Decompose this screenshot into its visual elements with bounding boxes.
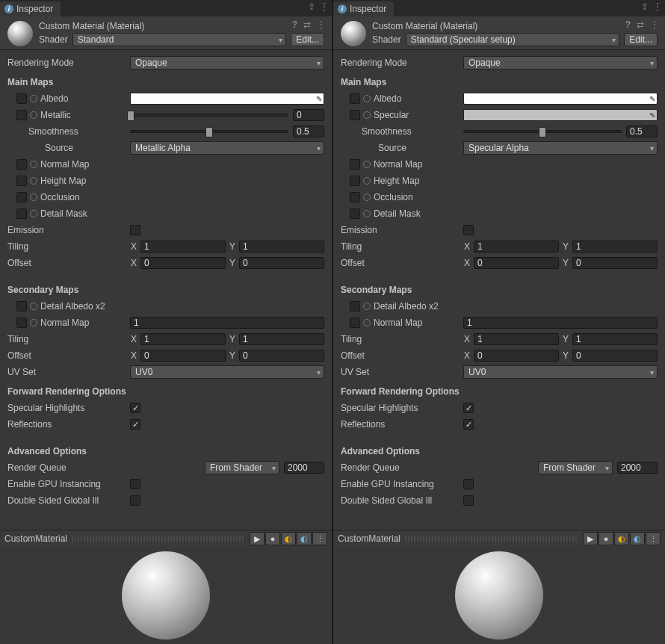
uv-set-dropdown[interactable]: UV0 (463, 365, 658, 379)
play-icon[interactable] (583, 532, 598, 545)
tiling-y[interactable]: 1 (572, 241, 658, 253)
metal-spec-radio-icon[interactable] (363, 111, 371, 119)
offset-y[interactable]: 0 (572, 257, 658, 269)
detail-albedo-radio-icon[interactable] (30, 303, 37, 310)
occlusion-radio-icon[interactable] (30, 193, 37, 201)
smoothness-slider[interactable] (130, 130, 288, 133)
albedo-texture-slot[interactable] (350, 93, 360, 104)
specular-highlights-checkbox[interactable] (463, 403, 474, 413)
source-dropdown[interactable]: Metallic Alpha (130, 141, 324, 155)
tiling2-x[interactable]: 1 (474, 333, 559, 345)
detail-mask-texture-slot[interactable] (16, 208, 27, 219)
metal-spec-texture-slot[interactable] (16, 110, 27, 120)
color-picker-icon[interactable]: ✎ (649, 111, 655, 120)
smoothness-value[interactable]: 0.5 (626, 126, 658, 137)
preview-drag-handle[interactable] (72, 536, 245, 542)
secondary-normal-map-value[interactable]: 1 (463, 317, 658, 329)
reflections-checkbox[interactable] (130, 419, 140, 430)
tiling-x[interactable]: 1 (474, 241, 559, 253)
albedo-texture-slot[interactable] (16, 93, 27, 104)
offset2-y[interactable]: 0 (572, 350, 658, 362)
tiling2-y[interactable]: 1 (572, 333, 658, 345)
height-map-radio-icon[interactable] (30, 177, 37, 185)
secondary-normal-map-texture-slot[interactable] (16, 318, 27, 328)
slider-thumb[interactable] (205, 127, 213, 137)
edit-button[interactable]: Edit... (624, 33, 658, 46)
reflections-checkbox[interactable] (463, 419, 474, 430)
reflection-icon[interactable] (630, 532, 645, 545)
sphere-icon[interactable] (598, 532, 613, 545)
double-sided-gi-checkbox[interactable] (463, 495, 474, 506)
render-queue-value[interactable]: 2000 (284, 462, 324, 474)
detail-mask-radio-icon[interactable] (363, 210, 371, 217)
secondary-normal-map-value[interactable]: 1 (130, 317, 324, 329)
offset-x[interactable]: 0 (140, 257, 226, 269)
menu-icon[interactable]: ⋮ (653, 1, 662, 12)
metallic-value[interactable]: 0 (293, 109, 324, 121)
normal-map-texture-slot[interactable] (16, 159, 27, 170)
rendering-mode-dropdown[interactable]: Opaque (130, 56, 324, 69)
help-icon[interactable]: ? (625, 19, 631, 30)
specular-color[interactable]: ✎ (463, 109, 658, 121)
albedo-radio-icon[interactable] (363, 95, 371, 102)
offset-x[interactable]: 0 (474, 257, 559, 269)
source-dropdown[interactable]: Specular Alpha (463, 141, 658, 155)
detail-albedo-texture-slot[interactable] (350, 301, 360, 312)
light-icon[interactable] (281, 532, 296, 545)
smoothness-value[interactable]: 0.5 (293, 126, 324, 137)
edit-button[interactable]: Edit... (291, 33, 324, 46)
help-icon[interactable]: ? (292, 19, 297, 30)
normal-map-radio-icon[interactable] (30, 161, 37, 168)
gpu-instancing-checkbox[interactable] (130, 479, 140, 489)
tiling2-y[interactable]: 1 (239, 333, 324, 345)
render-queue-dropdown[interactable]: From Shader (538, 461, 613, 474)
normal-map-texture-slot[interactable] (350, 159, 360, 170)
context-menu-icon[interactable]: ⋮ (650, 19, 659, 30)
context-menu-icon[interactable]: ⋮ (317, 19, 326, 30)
emission-checkbox[interactable] (463, 225, 474, 235)
height-map-texture-slot[interactable] (16, 176, 27, 186)
offset2-x[interactable]: 0 (140, 350, 226, 362)
preview-drag-handle[interactable] (405, 536, 578, 542)
offset2-x[interactable]: 0 (474, 350, 559, 362)
shader-dropdown[interactable]: Standard (72, 33, 287, 46)
tiling2-x[interactable]: 1 (140, 333, 226, 345)
light-icon[interactable] (614, 532, 629, 545)
albedo-radio-icon[interactable] (30, 95, 37, 102)
gpu-instancing-checkbox[interactable] (463, 479, 474, 489)
menu-icon[interactable]: ⋮ (320, 1, 329, 12)
occlusion-texture-slot[interactable] (16, 192, 27, 202)
preview-menu-icon[interactable] (312, 532, 327, 545)
double-sided-gi-checkbox[interactable] (130, 495, 140, 506)
occlusion-texture-slot[interactable] (350, 192, 360, 202)
albedo-color[interactable]: ✎ (130, 93, 324, 105)
emission-checkbox[interactable] (130, 225, 140, 235)
slider-thumb[interactable] (539, 127, 546, 137)
slider-thumb[interactable] (127, 111, 134, 121)
offset2-y[interactable]: 0 (239, 350, 324, 362)
detail-mask-texture-slot[interactable] (350, 208, 360, 219)
height-map-texture-slot[interactable] (350, 176, 360, 186)
detail-mask-radio-icon[interactable] (30, 210, 37, 217)
specular-highlights-checkbox[interactable] (130, 403, 140, 413)
preset-icon[interactable]: ⇄ (303, 19, 311, 30)
albedo-color[interactable]: ✎ (463, 93, 658, 105)
metallic-slider[interactable] (130, 114, 288, 117)
color-picker-icon[interactable]: ✎ (649, 95, 655, 103)
uv-set-dropdown[interactable]: UV0 (130, 365, 324, 379)
tab-inspector[interactable]: iInspector (0, 1, 61, 16)
secondary-normal-map-radio-icon[interactable] (30, 319, 37, 326)
tiling-x[interactable]: 1 (140, 241, 226, 253)
shader-dropdown[interactable]: Standard (Specular setup) (406, 33, 620, 46)
material-preview[interactable] (333, 547, 665, 644)
render-queue-dropdown[interactable]: From Shader (205, 461, 279, 474)
material-preview[interactable] (0, 547, 332, 644)
occlusion-radio-icon[interactable] (363, 193, 371, 201)
lock-icon[interactable]: ⇪ (641, 1, 649, 12)
metal-spec-texture-slot[interactable] (350, 110, 360, 120)
normal-map-radio-icon[interactable] (363, 161, 371, 168)
height-map-radio-icon[interactable] (363, 177, 371, 185)
sphere-icon[interactable] (265, 532, 280, 545)
secondary-normal-map-radio-icon[interactable] (363, 319, 371, 326)
rendering-mode-dropdown[interactable]: Opaque (463, 56, 658, 69)
